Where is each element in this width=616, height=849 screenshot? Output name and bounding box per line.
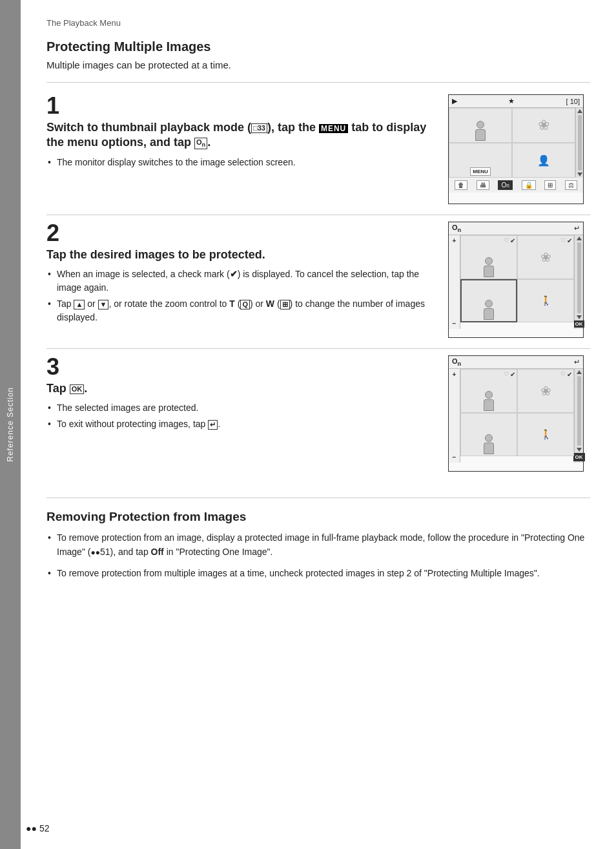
remove-icon-ref: ●● [90, 548, 100, 557]
zoom-out-btn[interactable]: − [453, 320, 457, 327]
step3-thumb-1: ♡ ✔ [460, 369, 517, 413]
step2-scroll-thumb [577, 242, 581, 313]
remove-title: Removing Protection from Images [46, 510, 590, 524]
step2-thumb-2: ❀ ♡ ✔ [517, 235, 574, 279]
thumb-4-people: 👤 [537, 154, 550, 167]
step-3-number: 3 [46, 355, 433, 379]
step-3-bullet-2: To exit without protecting images, tap ↵… [46, 417, 433, 431]
thumb-2-flowers: ❀ [538, 117, 549, 134]
menu-settings: ⚖ [565, 180, 577, 190]
screen1-star-icon: ★ [508, 97, 515, 105]
step2-head-3 [485, 300, 493, 308]
menu-lock: 🔒 [522, 180, 536, 190]
menu-grid: ⊞ [544, 180, 556, 190]
step3-person-1 [484, 370, 494, 412]
step2-body-1 [484, 266, 494, 277]
step3-ok-btn[interactable]: OK [573, 453, 585, 461]
menu-protect-active: On [498, 180, 512, 190]
step-3-heading: Tap OK. [46, 381, 433, 396]
step2-scroll-up [577, 236, 582, 240]
thumb-check-2: ✔ [567, 237, 572, 244]
thumb-heart-1: ♡ [504, 237, 509, 244]
step-2-bullet-1: When an image is selected, a check mark … [46, 267, 433, 295]
step-2-heading: Tap the desired images to be protected. [46, 247, 433, 262]
w-label: W [266, 299, 274, 309]
step3-scroll-thumb [577, 376, 581, 446]
off-label: Off [151, 547, 164, 557]
step3-scroll-down [577, 448, 582, 452]
thumb-2: ❀ [512, 108, 575, 143]
thumb-heart-2: ♡ [560, 237, 566, 244]
footer-icon-left: ●● [26, 823, 37, 833]
step2-protect-label: On [452, 224, 461, 233]
step2-ok-btn[interactable]: OK [574, 320, 584, 328]
screen1-menu-bar: 🗑 🖶 On 🔒 ⊞ ⚖ [449, 178, 583, 193]
thumb-4: 👤 [512, 143, 575, 178]
scrollbar-thumb [578, 115, 582, 171]
step3-scrollbar: OK [574, 369, 583, 463]
step2-head-1 [485, 257, 493, 265]
step3-zoom-in[interactable]: + [453, 371, 457, 378]
step3-body-wrapper: + − ♡ ✔ [449, 369, 583, 463]
step3-ok-icon: OK [70, 384, 85, 394]
step3-body-1 [484, 399, 494, 411]
step2-scrollbar: OK [574, 235, 583, 329]
step2-thumb-4: 🚶 [517, 279, 574, 323]
step-1-bullet-1: The monitor display switches to the imag… [46, 156, 433, 169]
step-3-body: The selected images are protected. To ex… [46, 401, 433, 431]
step-1-number: 1 [46, 94, 433, 118]
menu-overlay: MENU [470, 167, 491, 176]
step3-zoom-out[interactable]: − [453, 454, 457, 461]
step-1-heading: Switch to thumbnail playback mode (□33),… [46, 120, 433, 151]
screen1-top-bar: ▶ ★ [ 10] [449, 95, 583, 108]
divider-remove [46, 498, 590, 498]
screen1-play-icon: ▶ [452, 97, 457, 105]
step3-check-1: ✔ [510, 371, 515, 378]
step-2-image: On ↵ + − [448, 222, 590, 338]
t-icon: Q [240, 300, 250, 309]
scrollbar-up-arrow [577, 109, 582, 113]
step-2-screen: On ↵ + − [448, 222, 584, 338]
main-content: The Playback Menu Protecting Multiple Im… [21, 0, 616, 849]
step3-body-3 [484, 443, 494, 454]
thumb-3: MENU [449, 143, 512, 178]
scrollbar-down-arrow [577, 173, 582, 176]
screen1-count: [ 10] [566, 98, 580, 105]
step-1-image: ▶ ★ [ 10] [448, 94, 590, 204]
page-footer: ●● 52 [26, 823, 50, 833]
step3-top-bar: On ↵ [449, 356, 583, 369]
step1-page-icon: □33 [251, 123, 267, 133]
divider-top [46, 82, 590, 83]
thumb-3-content: MENU [449, 143, 511, 177]
section-title: Protecting Multiple Images [46, 39, 590, 54]
section-intro: Multiple images can be protected at a ti… [46, 59, 590, 70]
step-2-body: When an image is selected, a check mark … [46, 267, 433, 324]
step-1-block: 1 Switch to thumbnail playback mode (□33… [46, 94, 590, 215]
step3-grid: ♡ ✔ ❀ ♡ ✔ [460, 369, 574, 456]
step2-back-icon: ↵ [574, 224, 580, 233]
step2-person-1 [484, 236, 494, 278]
step3-protect-label: On [452, 357, 461, 367]
step3-thumb-3 [460, 413, 517, 457]
step2-thumb-1: ♡ ✔ [460, 235, 517, 279]
menu-copy: 🖶 [477, 180, 489, 190]
screen1-grid-wrapper: ❀ MENU 👤 [449, 108, 583, 178]
step2-scroll-down [577, 315, 582, 319]
step3-back-icon-ref: ↵ [208, 420, 218, 430]
remove-section: Removing Protection from Images To remov… [46, 498, 590, 580]
step3-scroll-up [577, 370, 582, 374]
thumb-check-1: ✔ [510, 237, 515, 244]
step2-thumb-3 [460, 279, 517, 323]
remove-bullet-1: To remove protection from an image, disp… [46, 530, 590, 560]
check-symbol: ✔ [230, 269, 238, 279]
step-2-block: 2 Tap the desired images to be protected… [46, 222, 590, 349]
step2-body-3 [484, 308, 494, 320]
step3-back-icon: ↵ [574, 358, 580, 366]
step-3-left: 3 Tap OK. The selected images are protec… [46, 355, 448, 434]
screen1-scrollbar [575, 108, 583, 178]
zoom-in-btn[interactable]: + [453, 237, 457, 244]
step3-check-2: ✔ [567, 371, 572, 378]
step-3-bullet-1: The selected images are protected. [46, 401, 433, 415]
step-3-image: On ↵ + − [448, 355, 590, 472]
step3-head-3 [485, 434, 493, 442]
